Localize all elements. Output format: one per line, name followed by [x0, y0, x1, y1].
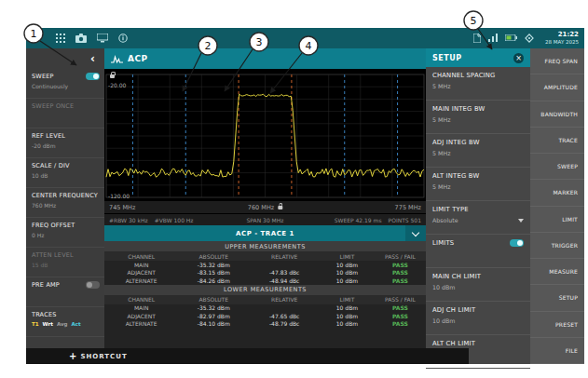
sidebar-item-label: CENTER FREQUENCY — [32, 192, 98, 199]
stop-freq-label: 775 MHz — [395, 204, 421, 211]
sidebar-item-freq-offset[interactable]: FREQ OFFSET0 Hz — [26, 218, 104, 248]
measurement-title: ACP — [128, 54, 148, 63]
setup-panel: SETUP × CHANNEL SPACING5 MHzMAIN INTEG B… — [426, 48, 530, 364]
table-row: ALTERNATE-84.26 dBm-48.94 dBc10 dBmPASS — [104, 277, 426, 285]
setup-item-main-integ-bw[interactable]: MAIN INTEG BW5 MHz — [426, 101, 530, 134]
battery-icon[interactable] — [505, 34, 517, 41]
toggle-limits[interactable] — [510, 239, 524, 247]
sidebar-item-atten-level[interactable]: ATTEN LEVEL15 dB — [26, 248, 104, 277]
sidebar-item-pre-amp[interactable]: PRE AMP — [26, 277, 104, 307]
waveform-icon — [111, 50, 123, 68]
menu-item-trigger[interactable]: TRIGGER — [530, 233, 584, 259]
trace-status-row: T1WrtAvgAct — [32, 321, 100, 327]
ref-level-label: -20.00 — [108, 82, 126, 88]
setup-item-value: 10 dBm — [432, 317, 455, 324]
setup-item-adj-integ-bw[interactable]: ADJ INTEG BW5 MHz — [426, 134, 530, 168]
chevron-down-icon — [412, 228, 419, 236]
setup-item-label: ADJ CH LIMIT — [432, 306, 475, 314]
table-row: MAIN-35.32 dBm10 dBmPASS — [104, 261, 426, 269]
setup-panel-title: SETUP — [432, 54, 462, 62]
spectrum-chart[interactable]: -20.00 -120.00 — [104, 69, 426, 201]
toggle-sweep[interactable] — [86, 73, 100, 80]
sidebar-item-value: -20 dBm — [32, 142, 100, 149]
menu-grid-icon[interactable] — [56, 34, 65, 43]
menu-item-trace[interactable]: TRACE — [530, 128, 584, 154]
callout-number-5: 5 — [471, 15, 477, 27]
setup-item-limits[interactable]: LIMITS — [426, 235, 530, 268]
left-sidebar: ‹ SWEEPContinuouslySWEEP ONCEREF LEVEL-2… — [26, 48, 104, 364]
trace-selector-bar[interactable]: ACP - TRACE 1 — [104, 225, 426, 241]
table-row: ALTERNATE-84.10 dBm-48.79 dBc10 dBmPASS — [104, 320, 426, 329]
sidebar-collapse-icon[interactable]: ‹ — [90, 53, 95, 64]
sidebar-item-value: Continuously — [32, 83, 100, 89]
right-menu: FREQ SPANAMPLITUDEBANDWIDTHTRACESWEEPMAR… — [530, 48, 584, 364]
file-icon[interactable] — [473, 34, 481, 43]
close-icon[interactable]: × — [513, 53, 524, 63]
measurement-title-bar: ACP — [104, 48, 426, 69]
setup-item-value: Absolute — [432, 217, 458, 223]
shortcut-label: SHORTCUT — [80, 353, 127, 360]
column-header: ABSOLUTE — [178, 253, 249, 260]
sidebar-item-label: PRE AMP — [32, 281, 60, 289]
setup-item-channel-spacing[interactable]: CHANNEL SPACING5 MHz — [426, 67, 530, 101]
menu-item-preset[interactable]: PRESET — [530, 312, 584, 338]
column-header: LIMIT — [320, 296, 375, 303]
trace-dropdown-button[interactable] — [405, 225, 426, 241]
sidebar-item-ref-level[interactable]: REF LEVEL-20 dBm — [26, 128, 104, 158]
column-header: CHANNEL — [104, 253, 178, 260]
sidebar-item-scale-div[interactable]: SCALE / DIV10 dB — [26, 158, 104, 188]
signal-icon[interactable] — [488, 34, 498, 42]
setup-item-label: MAIN CH LIMIT — [432, 273, 481, 280]
sidebar-item-traces[interactable]: TRACEST1WrtAvgAct — [26, 307, 104, 337]
display-icon[interactable] — [97, 34, 108, 43]
setup-item-label: LIMITS — [432, 239, 454, 247]
figure-page: 21:22 28 MAY 2025 ‹ SWEEPContinuouslySWE… — [0, 0, 588, 378]
setup-item-label: ADJ INTEG BW — [432, 139, 480, 146]
gps-icon[interactable] — [525, 34, 534, 43]
menu-item-bandwidth[interactable]: BANDWIDTH — [530, 101, 584, 128]
plus-icon: + — [69, 351, 76, 361]
spectrum-plot — [104, 69, 426, 201]
setup-item-value: 5 MHz — [432, 183, 450, 190]
menu-item-amplitude[interactable]: AMPLITUDE — [530, 74, 584, 101]
rbw-label: #RBW 30 kHz — [109, 217, 148, 223]
menu-item-marker[interactable]: MARKER — [530, 180, 584, 206]
setup-item-label: ALT INTEG BW — [432, 172, 479, 180]
sidebar-item-value: 10 dB — [32, 172, 100, 179]
table-section-title: UPPER MEASUREMENTS — [104, 241, 426, 251]
sidebar-item-center-frequency[interactable]: CENTER FREQUENCY760 MHz — [26, 188, 104, 218]
menu-item-file[interactable]: FILE — [530, 338, 584, 364]
setup-item-limit-type[interactable]: LIMIT TYPEAbsolute — [426, 201, 530, 235]
column-header: PASS / FAIL — [375, 253, 426, 260]
shortcut-bar[interactable]: + SHORTCUT — [26, 348, 469, 364]
trace-tag-t1: T1 — [32, 321, 39, 327]
setup-item-alt-integ-bw[interactable]: ALT INTEG BW5 MHz — [426, 168, 530, 201]
status-bar: 21:22 28 MAY 2025 — [26, 28, 584, 48]
sidebar-item-value: 15 dB — [32, 262, 100, 268]
clock: 21:22 28 MAY 2025 — [545, 32, 579, 45]
setup-item-label: MAIN INTEG BW — [432, 105, 485, 113]
menu-item-sweep[interactable]: SWEEP — [530, 154, 584, 180]
trace-tag-wrt: Wrt — [43, 321, 53, 327]
sidebar-item-label: SWEEP — [32, 73, 54, 80]
menu-item-freq-span[interactable]: FREQ SPAN — [530, 48, 584, 74]
setup-item-main-ch-limit[interactable]: MAIN CH LIMIT10 dBm — [426, 268, 530, 302]
setup-item-adj-ch-limit[interactable]: ADJ CH LIMIT10 dBm — [426, 302, 530, 335]
sidebar-item-sweep-once[interactable]: SWEEP ONCE — [26, 99, 104, 128]
menu-item-setup[interactable]: SETUP — [530, 285, 584, 311]
sidebar-item-sweep[interactable]: SWEEPContinuously — [26, 69, 104, 99]
table-row: ADJACENT-82.97 dBm-47.65 dBc10 dBmPASS — [104, 312, 426, 320]
camera-icon[interactable] — [75, 34, 87, 43]
menu-item-limit[interactable]: LIMIT — [530, 207, 584, 233]
sidebar-item-label: ATTEN LEVEL — [32, 251, 74, 259]
callout-circle-5 — [464, 11, 483, 30]
toggle-pre-amp[interactable] — [86, 281, 100, 289]
trace-tag-act: Act — [72, 321, 81, 327]
setup-item-value: 5 MHz — [432, 116, 450, 123]
freq-lock-icon — [278, 206, 282, 209]
table-header-row: CHANNELABSOLUTERELATIVELIMITPASS / FAIL — [104, 251, 426, 261]
info-icon[interactable] — [118, 34, 128, 43]
column-header: LIMIT — [320, 253, 375, 260]
setup-item-value: 10 dBm — [432, 284, 455, 290]
menu-item-measure[interactable]: MEASURE — [530, 259, 584, 285]
